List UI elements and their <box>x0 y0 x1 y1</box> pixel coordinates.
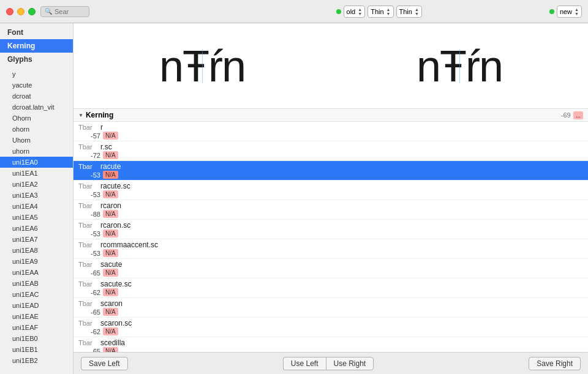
weight-left2-label: Thin <box>399 8 412 15</box>
stepper-up3[interactable]: ▲ <box>415 7 419 12</box>
weight-left1-dropdown[interactable]: Thin ▲ ▼ <box>368 6 393 18</box>
table-row[interactable]: Tbarr-57N/A <box>74 122 588 141</box>
sidebar-item-ohorn[interactable]: ohorn <box>0 124 73 135</box>
font-right-dropdown[interactable]: new ▲ ▼ <box>557 6 582 18</box>
table-row[interactable]: Tbarscedilla-65N/A <box>74 337 588 352</box>
stepper-down[interactable]: ▼ <box>358 12 362 16</box>
sidebar-item-dcroat[interactable]: dcroat <box>0 91 73 102</box>
kerning-area: ▼ Kerning -69 ... Tbarr-57N/ATbarr.sc-72… <box>74 109 588 352</box>
sidebar-glyph-list: yyacutedcroatdcroat.latn_vitOhornohornUh… <box>0 69 73 374</box>
sidebar-item-uni1EA1[interactable]: uni1EA1 <box>0 168 73 179</box>
sidebar-item-uni1EB2[interactable]: uni1EB2 <box>0 355 73 366</box>
stepper-down4[interactable]: ▼ <box>575 12 579 16</box>
kerning-right-glyph: scaron.sc <box>100 319 583 327</box>
sidebar-item-kerning[interactable]: Kerning <box>0 39 73 53</box>
sidebar-item-yacute[interactable]: yacute <box>0 80 73 91</box>
sidebar-section-font: Font Kerning Glyphs <box>0 23 73 69</box>
kerning-value-right: N/A <box>103 171 118 179</box>
kerning-value-right: N/A <box>103 327 118 335</box>
stepper-up2[interactable]: ▲ <box>386 7 391 12</box>
kerning-value-left: -72 <box>78 152 100 159</box>
use-left-button[interactable]: Use Left <box>283 357 326 370</box>
table-row[interactable]: Tbarr.sc-72N/A <box>74 141 588 161</box>
font-left-dropdown[interactable]: old ▲ ▼ <box>344 6 366 18</box>
sidebar-item-uni1EB1[interactable]: uni1EB1 <box>0 344 73 355</box>
sidebar-item-uni1EA8[interactable]: uni1EA8 <box>0 245 73 256</box>
kerning-value-right: N/A <box>103 190 118 198</box>
kerning-value-right: N/A <box>103 210 118 218</box>
kerning-value-left: -65 <box>78 269 100 277</box>
kerning-left-glyph: Tbar <box>78 280 100 288</box>
font-left-label: old <box>347 8 356 15</box>
kerning-value-right: N/A <box>103 132 118 140</box>
stepper-up4[interactable]: ▲ <box>575 7 579 12</box>
kerning-value-left: -53 <box>78 171 100 179</box>
kerning-top-na: ... <box>573 111 583 119</box>
kerning-right-glyph: r.sc <box>100 143 583 151</box>
table-row[interactable]: Tbarscaron.sc-62N/A <box>74 318 588 337</box>
sidebar-item-font[interactable]: Font <box>0 26 73 39</box>
kerning-left-glyph: Tbar <box>78 222 100 229</box>
sidebar-item-uni1EA2[interactable]: uni1EA2 <box>0 179 73 190</box>
kerning-value-left: -62 <box>78 289 100 296</box>
kerning-value-right: N/A <box>103 249 118 257</box>
minimize-button[interactable] <box>17 8 24 15</box>
sidebar-item-uni1EA4[interactable]: uni1EA4 <box>0 201 73 212</box>
table-row[interactable]: Tbarracute-53N/A <box>74 161 588 181</box>
table-row[interactable]: Tbarsacute.sc-62N/A <box>74 279 588 298</box>
weight-left2-dropdown[interactable]: Thin ▲ ▼ <box>396 6 422 18</box>
sidebar-item-uni1EA6[interactable]: uni1EA6 <box>0 223 73 234</box>
guide-line-right <box>459 49 460 83</box>
sidebar-item-dcroat.latn_vit[interactable]: dcroat.latn_vit <box>0 102 73 113</box>
kerning-value-left: -62 <box>78 328 100 335</box>
sidebar-item-y[interactable]: y <box>0 69 73 80</box>
sidebar-item-Ohorn[interactable]: Ohorn <box>0 113 73 124</box>
kerning-left-glyph: Tbar <box>78 241 100 249</box>
kerning-section-header: ▼ Kerning -69 ... <box>74 109 588 122</box>
kerning-value-left: -88 <box>78 211 100 218</box>
close-button[interactable] <box>6 8 13 15</box>
sidebar-item-uni1EAC[interactable]: uni1EAC <box>0 289 73 300</box>
save-left-button[interactable]: Save Left <box>81 357 128 370</box>
kerning-value-left: -65 <box>78 348 100 353</box>
sidebar-item-glyphs[interactable]: Glyphs <box>0 53 73 66</box>
font-right-label: new <box>560 8 572 15</box>
table-row[interactable]: Tbarrcommaaccent.sc-53N/A <box>74 239 588 259</box>
sidebar-item-uni1EA5[interactable]: uni1EA5 <box>0 212 73 223</box>
table-row[interactable]: Tbarracute.sc-53N/A <box>74 181 588 200</box>
kerning-right-glyph: scedilla <box>100 338 583 347</box>
table-row[interactable]: Tbarsacute-65N/A <box>74 259 588 279</box>
sidebar-item-uni1EAD[interactable]: uni1EAD <box>0 300 73 311</box>
stepper-down2[interactable]: ▼ <box>386 12 391 16</box>
kerning-value-right: N/A <box>103 347 118 352</box>
sidebar-item-uni1EA0[interactable]: uni1EA0 <box>0 157 73 168</box>
stepper-up[interactable]: ▲ <box>358 7 362 12</box>
table-row[interactable]: Tbarrcaron-88N/A <box>74 200 588 220</box>
sidebar-item-uni1EAF[interactable]: uni1EAF <box>0 322 73 333</box>
kerning-label: Kerning <box>86 111 113 119</box>
sidebar-item-uni1EA9[interactable]: uni1EA9 <box>0 256 73 267</box>
table-row[interactable]: Tbarscaron-65N/A <box>74 298 588 318</box>
sidebar-item-uhorn[interactable]: uhorn <box>0 146 73 157</box>
sidebar-item-uni1EA7[interactable]: uni1EA7 <box>0 234 73 245</box>
use-right-button[interactable]: Use Right <box>326 357 374 370</box>
bottom-toolbar: Save Left Use Left Use Right Save Right <box>74 352 588 374</box>
sidebar-item-uni1EB0[interactable]: uni1EB0 <box>0 333 73 344</box>
sidebar-item-uni1EAB[interactable]: uni1EAB <box>0 278 73 289</box>
fullscreen-button[interactable] <box>28 8 36 15</box>
sidebar-item-uni1EAA[interactable]: uni1EAA <box>0 267 73 278</box>
sidebar-item-uni1EAE[interactable]: uni1EAE <box>0 311 73 322</box>
table-row[interactable]: Tbarrcaron.sc-53N/A <box>74 220 588 239</box>
search-box[interactable]: 🔍 <box>40 6 89 17</box>
kerning-right-glyph: rcaron <box>100 201 583 210</box>
kerning-rows: Tbarr-57N/ATbarr.sc-72N/ATbarracute-53N/… <box>74 122 588 352</box>
kerning-left-glyph: Tbar <box>78 202 100 209</box>
font-selectors: old ▲ ▼ Thin ▲ ▼ Thin ▲ ▼ new ▲ <box>336 6 582 18</box>
preview-left: nŦŕn <box>159 44 245 88</box>
stepper-down3[interactable]: ▼ <box>415 12 419 16</box>
sidebar-item-uni1EA3[interactable]: uni1EA3 <box>0 190 73 201</box>
save-right-button[interactable]: Save Right <box>529 357 581 370</box>
sidebar-item-Uhorn[interactable]: Uhorn <box>0 135 73 146</box>
triangle-toggle[interactable]: ▼ <box>78 113 83 118</box>
search-input[interactable] <box>55 8 88 15</box>
